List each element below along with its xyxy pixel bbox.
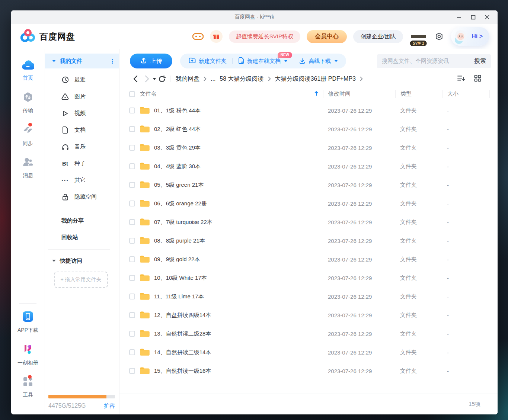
- row-checkbox[interactable]: [129, 349, 135, 355]
- table-row[interactable]: 07、7级 turquoise 22本 2023-07-26 12:29 文件夹…: [119, 213, 498, 231]
- row-checkbox[interactable]: [129, 256, 135, 262]
- grid-view-icon[interactable]: [474, 75, 481, 83]
- file-name[interactable]: 05、5级 green 21本: [154, 182, 204, 189]
- search-box[interactable]: 搜网盘文件、全网资源资讯 搜索: [377, 54, 491, 68]
- more-options-icon[interactable]: [112, 59, 113, 64]
- file-name[interactable]: 02、2级 红色 44本: [154, 126, 201, 133]
- file-name[interactable]: 14、自然拼读三级14本: [154, 349, 211, 356]
- forward-button[interactable]: [143, 74, 151, 83]
- row-checkbox[interactable]: [129, 368, 135, 374]
- sidebar-item-my-files[interactable]: 我的文件: [45, 54, 119, 68]
- sidebar-item-hidden-space[interactable]: 隐藏空间: [45, 189, 119, 205]
- user-profile[interactable]: Hi >: [451, 27, 489, 46]
- rail-item-app-download[interactable]: APP下载: [17, 311, 38, 334]
- file-name[interactable]: 13、自然拼读二级28本: [154, 330, 211, 337]
- breadcrumb-ellipsis[interactable]: ...: [211, 76, 215, 82]
- member-center-button[interactable]: 会员中心: [307, 30, 347, 43]
- sidebar-item-pictures[interactable]: 图片: [45, 88, 119, 105]
- file-name[interactable]: 15、自然拼读一级16本: [154, 368, 211, 375]
- file-name[interactable]: 03、3级 黄色 29本: [154, 144, 201, 151]
- table-row[interactable]: 10、10级 White 17本 2023-07-26 12:29 文件夹 -: [119, 269, 498, 287]
- file-name[interactable]: 08、8级 purple 21本: [154, 237, 205, 244]
- gift-icon[interactable]: [210, 30, 223, 43]
- table-row[interactable]: 01、1级 粉色 44本 2023-07-26 12:29 文件夹 -: [119, 101, 498, 120]
- sidebar-item-music[interactable]: 音乐: [45, 138, 119, 155]
- column-header-type[interactable]: 类型: [395, 90, 442, 98]
- sidebar-quick-access[interactable]: 快捷访问: [45, 253, 119, 269]
- column-header-size[interactable]: 大小: [442, 90, 489, 98]
- chevron-down-icon[interactable]: [52, 60, 56, 62]
- upload-button[interactable]: 上传: [130, 54, 172, 68]
- svip-renew-banner[interactable]: 超值续费延长SVIP特权: [229, 31, 300, 43]
- breadcrumb-parent[interactable]: 58 大猫分级阅读: [220, 75, 263, 83]
- sort-ascending-icon[interactable]: [314, 91, 319, 97]
- table-row[interactable]: 08、8级 purple 21本 2023-07-26 12:29 文件夹 -: [119, 231, 498, 250]
- new-online-doc-button[interactable]: NEW 新建在线文档: [233, 57, 293, 65]
- breadcrumb-current[interactable]: 大猫分级阅读361册 PDF+MP3: [275, 75, 356, 83]
- file-name[interactable]: 04、4级 蓝阶 30本: [154, 163, 201, 170]
- table-row[interactable]: 09、9级 gold 22本 2023-07-26 12:29 文件夹 -: [119, 250, 498, 269]
- table-row[interactable]: 06、6级 orange 22册 2023-07-26 12:29 文件夹 -: [119, 194, 498, 213]
- close-button[interactable]: [481, 12, 493, 23]
- settings-gear-icon[interactable]: [434, 31, 445, 42]
- table-row[interactable]: 04、4级 蓝阶 30本 2023-07-26 12:29 文件夹 -: [119, 157, 498, 176]
- row-checkbox[interactable]: [129, 331, 135, 337]
- file-name[interactable]: 07、7级 turquoise 22本: [154, 219, 213, 226]
- table-row[interactable]: 02、2级 红色 44本 2023-07-26 12:29 文件夹 -: [119, 120, 498, 138]
- game-center-icon[interactable]: [192, 31, 204, 42]
- sidebar-item-recent[interactable]: 最近: [45, 71, 119, 88]
- rail-item-photos[interactable]: 一刻相册: [17, 344, 38, 366]
- rail-item-sync[interactable]: 同步: [22, 124, 33, 147]
- offline-download-button[interactable]: 离线下载: [293, 57, 343, 65]
- sort-list-icon[interactable]: [457, 75, 465, 83]
- file-name[interactable]: 09、9级 gold 22本: [154, 256, 200, 263]
- sidebar-item-documents[interactable]: 文档: [45, 122, 119, 138]
- maximize-button[interactable]: [467, 12, 479, 23]
- rail-item-messages[interactable]: 消息: [22, 157, 33, 179]
- back-button[interactable]: [131, 74, 140, 83]
- new-folder-button[interactable]: 新建文件夹: [183, 57, 232, 65]
- sidebar-item-videos[interactable]: 视频: [45, 105, 119, 122]
- file-name[interactable]: 10、10级 White 17本: [154, 275, 207, 282]
- table-row[interactable]: 15、自然拼读一级16本 2023-07-26 12:29 文件夹 -: [119, 362, 498, 380]
- row-checkbox[interactable]: [129, 219, 135, 225]
- minimize-button[interactable]: [453, 12, 465, 23]
- search-input[interactable]: 搜网盘文件、全网资源资讯: [382, 58, 467, 65]
- expand-storage-link[interactable]: 扩容: [104, 403, 115, 410]
- sidebar-item-torrents[interactable]: Bt 种子: [45, 155, 119, 172]
- row-checkbox[interactable]: [129, 182, 135, 188]
- row-checkbox[interactable]: [129, 238, 135, 244]
- refresh-icon[interactable]: [157, 74, 166, 83]
- history-dropdown-icon[interactable]: [153, 78, 156, 80]
- rail-item-tools[interactable]: 工具: [23, 376, 33, 398]
- row-checkbox[interactable]: [129, 312, 135, 318]
- file-name[interactable]: 12、自盘拼读四级14本: [154, 312, 211, 319]
- table-row[interactable]: 05、5级 green 21本 2023-07-26 12:29 文件夹 -: [119, 176, 498, 194]
- row-checkbox[interactable]: [129, 126, 135, 132]
- logo[interactable]: 百度网盘: [20, 29, 75, 44]
- rail-item-home[interactable]: 首页: [22, 60, 34, 81]
- file-name[interactable]: 11、11级 Lime 17本: [154, 293, 204, 300]
- select-all-checkbox[interactable]: [129, 91, 135, 97]
- row-checkbox[interactable]: [129, 294, 135, 299]
- column-header-filename[interactable]: 文件名: [140, 90, 157, 97]
- table-row[interactable]: 14、自然拼读三级14本 2023-07-26 12:29 文件夹 -: [119, 343, 498, 362]
- table-row[interactable]: 12、自盘拼读四级14本 2023-07-26 12:29 文件夹 -: [119, 306, 498, 324]
- column-header-modified[interactable]: 修改时间: [323, 90, 395, 98]
- sidebar-item-recycle-bin[interactable]: 回收站: [45, 229, 119, 246]
- sidebar-item-my-shares[interactable]: 我的分享: [45, 212, 119, 229]
- row-checkbox[interactable]: [129, 145, 135, 151]
- row-checkbox[interactable]: [129, 163, 135, 169]
- table-row[interactable]: 13、自然拼读二级28本 2023-07-26 12:29 文件夹 -: [119, 324, 498, 343]
- file-name[interactable]: 01、1级 粉色 44本: [154, 107, 201, 114]
- file-name[interactable]: 06、6级 orange 22册: [154, 200, 207, 207]
- table-row[interactable]: 11、11级 Lime 17本 2023-07-26 12:29 文件夹 -: [119, 287, 498, 306]
- svip-avatar[interactable]: SVIP 1: [409, 28, 427, 45]
- row-checkbox[interactable]: [129, 275, 135, 281]
- sidebar-item-others[interactable]: ··· 其它: [45, 172, 119, 189]
- row-checkbox[interactable]: [129, 201, 135, 206]
- table-row[interactable]: 03、3级 黄色 29本 2023-07-26 12:29 文件夹 -: [119, 138, 498, 157]
- drop-folder-zone[interactable]: + 拖入常用文件夹: [54, 272, 108, 288]
- breadcrumb-root[interactable]: 我的网盘: [176, 75, 199, 83]
- rail-item-transfer[interactable]: 传输: [22, 92, 33, 114]
